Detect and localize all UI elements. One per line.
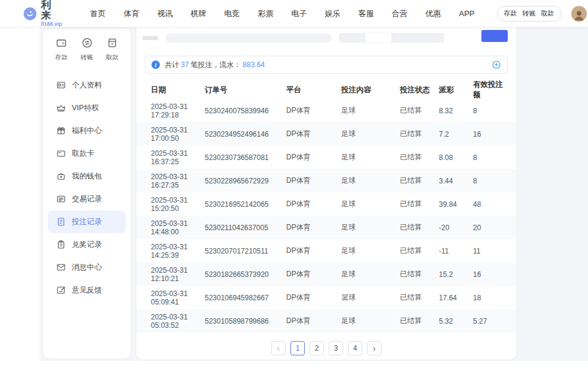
table-row: 2025-03-3115:20:505230216952142065DP体育足球… xyxy=(137,192,516,216)
filter-tab-selected[interactable] xyxy=(365,33,392,43)
quick-action-转账[interactable]: 转账 xyxy=(523,9,536,18)
sidebar-item-个人资料[interactable]: 个人资料 xyxy=(48,74,126,96)
cell-platform: DP体育 xyxy=(286,292,341,303)
filter-label xyxy=(143,36,158,40)
page-button-2[interactable]: 2 xyxy=(310,341,324,355)
cell-payout: -11 xyxy=(439,247,473,255)
filter-tabs[interactable] xyxy=(339,33,444,43)
nav-item-电竞[interactable]: 电竞 xyxy=(216,0,249,27)
expand-plus-icon[interactable] xyxy=(492,60,501,70)
sidebar-quick-存款[interactable]: 存款 xyxy=(55,37,68,62)
time-value: 16:27:35 xyxy=(151,181,205,189)
nav-item-客服[interactable]: 客服 xyxy=(350,0,383,27)
date-value: 2025-03-31 xyxy=(151,289,205,298)
cell-bet-content: 足球 xyxy=(341,269,400,279)
table-row: 2025-03-3114:48:005230211042637005DP体育足球… xyxy=(137,216,516,239)
nav-item-APP[interactable]: APP xyxy=(450,0,484,27)
sidebar-item-label: 取款卡 xyxy=(72,149,95,159)
nav-item-棋牌[interactable]: 棋牌 xyxy=(182,0,216,27)
page-button-4[interactable]: 4 xyxy=(348,341,362,355)
cell-bet-content: 篮球 xyxy=(341,292,400,303)
sidebar-quick-取款[interactable]: 取款 xyxy=(106,37,119,62)
id-card-icon xyxy=(56,80,66,90)
sidebar-item-label: 我的钱包 xyxy=(72,171,102,182)
sidebar-item-取款卡[interactable]: 取款卡 xyxy=(48,142,126,165)
sidebar-item-VIP特权[interactable]: VIP特权 xyxy=(48,96,126,119)
cell-bet-status: 已结算 xyxy=(400,152,439,162)
cell-bet-status: 已结算 xyxy=(400,176,439,186)
column-header-平台: 平台 xyxy=(286,85,341,95)
cell-payout: 8.08 xyxy=(439,153,473,162)
page: 存款转账取款 个人资料VIP特权福利中心取款卡我的钱包交易记录投注记录兑奖记录消… xyxy=(0,0,588,368)
cell-valid-bet: 16 xyxy=(473,130,510,138)
nav-item-优惠[interactable]: 优惠 xyxy=(417,0,450,27)
main-nav: 首页体育视讯棋牌电竞彩票电子娱乐客服合营优惠APP xyxy=(81,0,484,27)
nav-item-视讯[interactable]: 视讯 xyxy=(148,0,182,27)
sidebar-item-投注记录[interactable]: 投注记录 xyxy=(48,210,126,233)
cell-valid-bet: 8 xyxy=(473,107,510,115)
quick-action-存款[interactable]: 存款 xyxy=(504,9,517,18)
cell-payout: -20 xyxy=(439,224,473,232)
page-button-1[interactable]: 1 xyxy=(290,341,305,355)
sidebar-quick-转账[interactable]: 转账 xyxy=(81,37,93,62)
cell-date: 2025-03-3112:10:21 xyxy=(151,266,205,283)
prev-page-button[interactable]: ‹ xyxy=(271,341,286,355)
filter-tab[interactable] xyxy=(392,33,418,43)
cell-valid-bet: 20 xyxy=(473,224,510,232)
next-page-button[interactable]: › xyxy=(367,341,381,355)
nav-item-电子[interactable]: 电子 xyxy=(283,0,316,27)
cell-platform: DP体育 xyxy=(286,316,341,326)
cell-date: 2025-03-3114:25:39 xyxy=(151,243,205,260)
sidebar-item-我的钱包[interactable]: 我的钱包 xyxy=(48,165,126,188)
filter-row-cropped xyxy=(143,29,508,46)
feedback-icon xyxy=(56,285,66,295)
sidebar-item-label: 个人资料 xyxy=(72,80,102,91)
cell-bet-status: 已结算 xyxy=(400,316,439,326)
nav-item-体育[interactable]: 体育 xyxy=(115,0,148,27)
sidebar-item-意见反馈[interactable]: 意见反馈 xyxy=(48,279,126,301)
table-row: 2025-03-3114:25:395230207017210511DP体育足球… xyxy=(137,239,516,263)
cell-date: 2025-03-3105:09:41 xyxy=(151,289,205,306)
sidebar-item-兑奖记录[interactable]: 兑奖记录 xyxy=(48,233,126,256)
sidebar-item-消息中心[interactable]: 消息中心 xyxy=(48,256,126,279)
sidebar-item-交易记录[interactable]: 交易记录 xyxy=(48,188,126,210)
filter-input[interactable] xyxy=(165,34,332,43)
column-header-有效投注额: 有效投注额 xyxy=(473,80,510,100)
cell-bet-content: 足球 xyxy=(341,129,400,139)
cell-bet-content: 足球 xyxy=(341,105,400,116)
user-block[interactable]: anxin3399总资产： 1363.49元 永久域名： ll188.vip |… xyxy=(571,5,588,22)
column-header-投注内容: 投注内容 xyxy=(341,85,400,95)
quick-label: 取款 xyxy=(106,53,119,62)
gift-icon xyxy=(56,126,66,135)
quick-action-取款[interactable]: 取款 xyxy=(541,9,554,18)
time-value: 14:25:39 xyxy=(151,251,205,260)
sidebar-item-福利中心[interactable]: 福利中心 xyxy=(48,119,126,142)
cell-bet-content: 足球 xyxy=(341,199,400,209)
date-value: 2025-03-31 xyxy=(151,243,205,251)
nav-item-合营[interactable]: 合营 xyxy=(383,0,417,27)
nav-item-娱乐[interactable]: 娱乐 xyxy=(316,0,350,27)
page-button-3[interactable]: 3 xyxy=(329,341,343,355)
cell-bet-content: 足球 xyxy=(341,222,400,233)
column-header-派彩: 派彩 xyxy=(439,85,473,95)
cell-platform: DP体育 xyxy=(286,222,341,233)
wallet-icon xyxy=(56,171,66,181)
filter-tab[interactable] xyxy=(418,33,444,43)
cell-platform: DP体育 xyxy=(286,152,341,162)
logo[interactable]: 利 来 ll188.vip xyxy=(23,0,66,27)
filter-search-button[interactable] xyxy=(481,30,508,42)
cell-date: 2025-03-3115:20:50 xyxy=(151,196,205,213)
mail-icon xyxy=(56,263,66,272)
time-value: 16:37:25 xyxy=(151,158,205,166)
cell-order-number: 5230207017210511 xyxy=(205,247,286,255)
filter-tab[interactable] xyxy=(339,33,365,43)
nav-item-首页[interactable]: 首页 xyxy=(81,0,115,27)
avatar[interactable] xyxy=(571,6,587,22)
logo-domain: ll188.vip xyxy=(41,22,65,27)
sidebar-item-label: 投注记录 xyxy=(72,217,102,227)
cell-date: 2025-03-3116:37:25 xyxy=(151,149,205,166)
table-row: 2025-03-3105:09:415230106945982667DP体育篮球… xyxy=(137,286,516,309)
cell-date: 2025-03-3114:48:00 xyxy=(151,219,205,236)
header-quick-pill[interactable]: 存款转账取款 xyxy=(497,6,562,22)
nav-item-彩票[interactable]: 彩票 xyxy=(249,0,283,27)
